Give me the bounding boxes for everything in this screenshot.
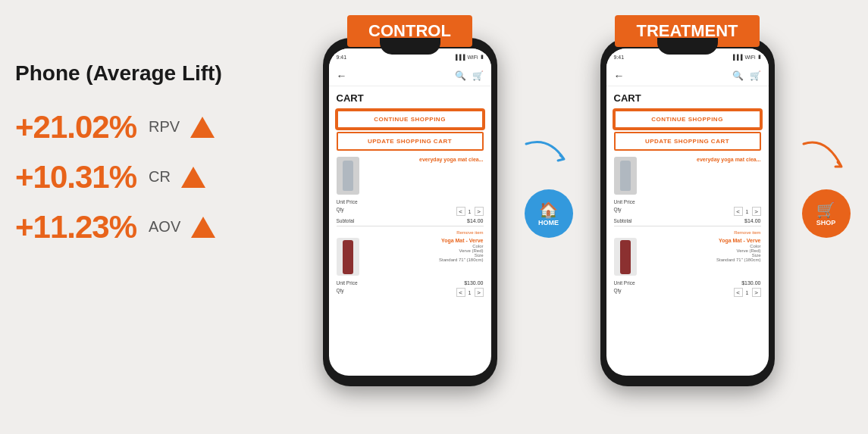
treatment-product-1-subtotal-label: Subtotal — [614, 218, 632, 223]
control-cart-icon[interactable]: 🛒 — [472, 70, 484, 81]
control-product-2-qty-minus[interactable]: < — [456, 288, 465, 297]
control-product-2-image — [337, 238, 359, 276]
shop-icon: 🛒 — [816, 201, 835, 219]
treatment-remove-link-area: Remove item — [614, 229, 761, 236]
control-back-icon[interactable]: ← — [337, 70, 347, 82]
treatment-product-1: everyday yoga mat clea... — [614, 157, 761, 195]
aov-value: +11.23% — [15, 209, 136, 245]
control-product-2-name: Yoga Mat - Verve — [364, 238, 484, 244]
control-remove-text[interactable]: Remove item — [456, 230, 483, 235]
control-remove-link[interactable]: Remove item — [337, 229, 484, 236]
control-product-2-qty-row: Qty < 1 > — [337, 288, 484, 297]
control-product-1-details: everyday yoga mat clea... — [364, 157, 484, 195]
control-mat-roll-icon — [343, 240, 353, 274]
control-product-1-name: everyday yoga mat clea... — [364, 157, 484, 163]
treatment-product-1-details: everyday yoga mat clea... — [641, 157, 761, 195]
treatment-product-1-subtotal-value: $14.00 — [744, 218, 760, 223]
control-product-1-qty-plus[interactable]: > — [475, 207, 484, 216]
control-phone-screen: 9:41 ▐▐▐ WiFi ▮ ← 🔍 🛒 — [329, 48, 491, 376]
control-divider — [337, 226, 484, 226]
treatment-status-icons: ▐▐▐ WiFi ▮ — [732, 54, 761, 60]
treatment-product-1-unit-label: Unit Price — [614, 199, 635, 205]
orange-curved-arrow-svg — [796, 129, 857, 189]
treatment-product-1-unit-price-row: Unit Price — [614, 199, 761, 205]
control-wifi-icon: WiFi — [468, 55, 478, 60]
treatment-product-1-name: everyday yoga mat clea... — [641, 157, 761, 163]
treatment-product-1-image — [614, 157, 637, 195]
control-product-2-details: Yoga Mat - Verve Color Verve (Red) Size … — [364, 238, 484, 276]
control-product-2-unit-row: Unit Price $130.00 — [337, 280, 484, 286]
treatment-phone-screen: 9:41 ▐▐▐ WiFi ▮ ← 🔍 🛒 — [606, 48, 769, 376]
control-yoga-bottle-icon — [343, 161, 353, 191]
control-product-1-qty-control[interactable]: < 1 > — [456, 207, 484, 216]
treatment-divider — [614, 226, 761, 226]
treatment-product-1-qty-plus[interactable]: > — [752, 207, 761, 216]
aov-arrow-icon — [191, 217, 215, 238]
aov-stat-row: +11.23% AOV — [15, 209, 311, 245]
treatment-product-1-qty-label: Qty — [614, 207, 622, 216]
control-product-2-size-value: Standard 71" (180cm) — [364, 258, 484, 262]
control-cart-title: CART — [337, 92, 484, 104]
control-continue-btn[interactable]: CONTINUE SHOPPING — [337, 110, 484, 129]
main-title: Phone (Average Lift) — [15, 61, 311, 86]
control-product-2-qty-control[interactable]: < 1 > — [456, 288, 484, 297]
treatment-arrow-area: 🛒 SHOP — [796, 129, 857, 238]
treatment-remove-text[interactable]: Remove item — [734, 230, 760, 235]
treatment-product-2-price: $130.00 — [741, 280, 760, 286]
control-signal-icon: ▐▐▐ — [454, 55, 465, 60]
treatment-product-1-qty-value: 1 — [746, 209, 749, 214]
aov-label: AOV — [149, 218, 180, 236]
control-product-1-image — [337, 157, 359, 195]
treatment-product-2-qty-plus[interactable]: > — [752, 288, 761, 297]
control-product-1: everyday yoga mat clea... — [337, 157, 484, 195]
treatment-nav-bar: ← 🔍 🛒 — [606, 65, 769, 86]
treatment-continue-btn[interactable]: CONTINUE SHOPPING — [614, 110, 761, 129]
cr-arrow-icon — [181, 167, 205, 188]
control-product-1-unit-label: Unit Price — [337, 199, 358, 205]
control-product-1-subtotal-label: Subtotal — [337, 218, 355, 223]
treatment-product-2: Yoga Mat - Verve Color Verve (Red) Size … — [614, 238, 761, 276]
control-time: 9:41 — [337, 55, 347, 60]
control-search-icon[interactable]: 🔍 — [455, 70, 466, 81]
treatment-product-2-unit-row: Unit Price $130.00 — [614, 280, 761, 286]
cr-value: +10.31% — [15, 159, 136, 195]
treatment-cart-icon[interactable]: 🛒 — [750, 70, 761, 81]
control-product-1-qty-value: 1 — [468, 209, 472, 214]
control-product-2-qty-plus[interactable]: > — [475, 288, 484, 297]
treatment-phone-group: TREATMENT 9:41 ▐▐▐ WiFi ▮ ← — [600, 15, 775, 386]
treatment-cart-title: CART — [614, 92, 761, 104]
control-nav-icons: 🔍 🛒 — [455, 70, 484, 81]
blue-curved-arrow-svg — [519, 129, 579, 189]
control-product-2-qty-label: Qty — [337, 288, 344, 297]
treatment-signal-icon: ▐▐▐ — [732, 55, 743, 60]
control-product-1-qty-minus[interactable]: < — [456, 207, 465, 216]
treatment-product-1-qty-minus[interactable]: < — [734, 207, 743, 216]
treatment-product-2-name: Yoga Mat - Verve — [641, 238, 761, 244]
control-product-2-price: $130.00 — [464, 280, 483, 286]
rpv-arrow-icon — [190, 117, 215, 138]
control-arrow-area: 🏠 HOME — [519, 129, 579, 238]
rpv-label: RPV — [149, 118, 180, 136]
treatment-search-icon[interactable]: 🔍 — [732, 70, 744, 81]
control-product-1-subtotal-row: Subtotal $14.00 — [337, 218, 484, 223]
home-circle: 🏠 HOME — [525, 189, 573, 238]
treatment-product-2-size-value: Standard 71" (180cm) — [641, 258, 761, 262]
treatment-product-1-qty-control[interactable]: < 1 > — [734, 207, 761, 216]
treatment-product-2-qty-control[interactable]: < 1 > — [734, 288, 761, 297]
treatment-mat-roll-icon — [620, 240, 631, 274]
treatment-phone-notch — [657, 38, 718, 55]
rpv-value: +21.02% — [15, 109, 136, 145]
treatment-wifi-icon: WiFi — [745, 55, 756, 60]
treatment-update-btn[interactable]: UPDATE SHOPPING CART — [614, 132, 761, 151]
treatment-time: 9:41 — [614, 55, 625, 60]
treatment-back-icon[interactable]: ← — [614, 70, 625, 82]
control-product-1-unit-price-row: Unit Price — [337, 199, 484, 205]
treatment-product-2-qty-minus[interactable]: < — [734, 288, 743, 297]
control-phone-notch — [380, 38, 440, 55]
control-update-btn[interactable]: UPDATE SHOPPING CART — [337, 132, 484, 151]
treatment-product-2-unit-label: Unit Price — [614, 280, 635, 286]
control-product-1-qty-row: Qty < 1 > — [337, 207, 484, 216]
treatment-product-2-qty-row: Qty < 1 > — [614, 288, 761, 297]
treatment-phone-frame: 9:41 ▐▐▐ WiFi ▮ ← 🔍 🛒 — [600, 38, 775, 386]
home-icon: 🏠 — [539, 201, 558, 219]
